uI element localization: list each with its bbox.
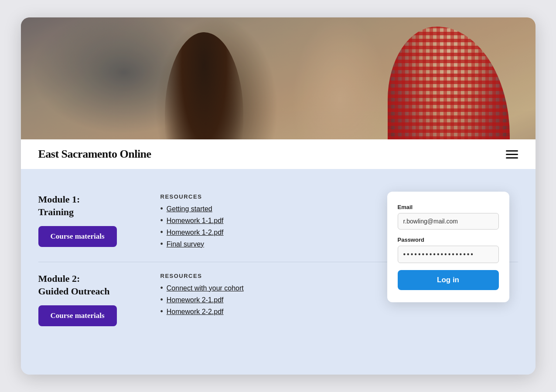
course-materials-btn-1[interactable]: Course materials	[38, 226, 117, 247]
hamburger-menu[interactable]	[506, 150, 518, 159]
resource-link-final-survey[interactable]: Final survey	[167, 240, 204, 248]
password-label: Password	[398, 237, 499, 243]
resource-link[interactable]: Getting started	[167, 205, 212, 213]
site-title: East Sacramento Online	[38, 148, 151, 161]
hamburger-line-3	[506, 157, 518, 159]
login-card: Email Password Log in	[387, 192, 509, 302]
login-button[interactable]: Log in	[398, 270, 499, 290]
email-field[interactable]	[398, 213, 499, 230]
email-label: Email	[398, 204, 499, 210]
module-2-left: Module 2:Guided Outreach Course material…	[38, 273, 134, 326]
list-item: Homework 2-2.pdf	[160, 307, 518, 316]
module-1-title: Module 1:Training	[38, 193, 134, 218]
resource-link[interactable]: Homework 1-2.pdf	[167, 229, 224, 237]
resource-link[interactable]: Connect with your cohort	[167, 284, 244, 292]
main-card: East Sacramento Online Module 1:Training…	[21, 17, 536, 375]
module-2-title: Module 2:Guided Outreach	[38, 273, 134, 297]
module-1-left: Module 1:Training Course materials	[38, 193, 134, 247]
hamburger-line-2	[506, 154, 518, 155]
resource-link[interactable]: Homework 2-2.pdf	[167, 308, 224, 316]
course-materials-btn-2[interactable]: Course materials	[38, 305, 117, 326]
password-field[interactable]	[398, 246, 499, 263]
resource-link[interactable]: Homework 2-1.pdf	[167, 296, 224, 304]
outer-frame: East Sacramento Online Module 1:Training…	[0, 0, 556, 392]
hamburger-line-1	[506, 150, 518, 152]
navbar: East Sacramento Online	[21, 139, 536, 169]
resource-link[interactable]: Homework 1-1.pdf	[167, 217, 224, 225]
